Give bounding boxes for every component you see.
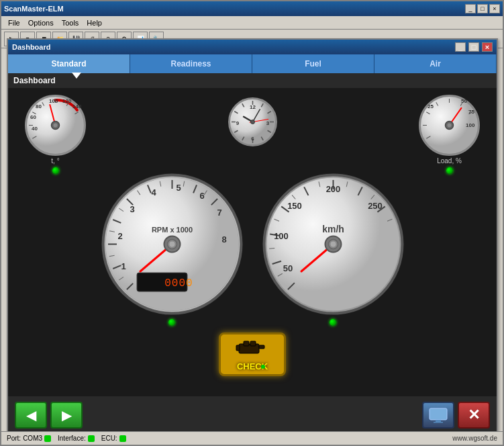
port-led [44,435,51,442]
svg-text:100: 100 [274,231,289,241]
svg-text:3: 3 [130,204,134,214]
status-bar: Port: COM3 Interface: ECU: www.wgsoft.de [1,431,503,445]
check-engine-light: CHECK [219,332,286,376]
svg-line-102 [269,249,274,249]
dashboard-title-bar: Dashboard _ □ × [8,40,497,54]
close-button[interactable]: × [489,4,500,13]
rpm-gauge-svg: 1 2 3 4 5 6 7 8 RPM x 1000 [100,172,244,316]
svg-text:0: 0 [186,277,193,289]
svg-rect-125 [436,420,441,422]
svg-text:6: 6 [199,191,204,201]
rpm-gauge: 1 2 3 4 5 6 7 8 RPM x 1000 [100,172,244,327]
svg-point-90 [169,242,174,247]
svg-text:2: 2 [117,231,122,241]
svg-text:7: 7 [217,208,221,218]
dash-close-button[interactable]: × [482,42,493,52]
svg-text:RPM x 1000: RPM x 1000 [151,226,192,234]
svg-rect-123 [236,345,240,351]
close-icon: ✕ [468,406,480,424]
sub-header: Dashboard [8,73,497,88]
svg-text:9: 9 [236,120,239,126]
minimize-button[interactable]: _ [465,4,476,13]
menu-bar: File Options Tools Help [1,16,503,30]
svg-rect-121 [250,341,256,346]
tab-standard[interactable]: Standard [8,54,130,73]
svg-text:100: 100 [49,98,58,104]
app-window: ScanMaster-ELM _ □ × File Options Tools … [0,0,504,446]
menu-file[interactable]: File [4,19,24,27]
dashboard-title: Dashboard [12,43,454,51]
temp-label: t, ° [23,157,87,165]
dash-maximize-button[interactable]: □ [468,42,479,52]
back-button[interactable]: ◀ [15,402,47,429]
svg-text:150: 150 [287,201,302,211]
svg-text:1: 1 [121,261,125,271]
port-label: Port: [7,435,21,442]
clock-svg: 12 3 6 9 [228,97,278,147]
tab-air[interactable]: Air [374,54,497,73]
tab-bar: Standard Readiness Fuel Air [8,54,497,73]
svg-text:60: 60 [30,114,36,120]
svg-point-53 [448,124,452,128]
ecu-led [119,435,126,442]
svg-text:50: 50 [283,263,292,273]
exit-button[interactable]: ✕ [458,402,490,429]
tab-fuel[interactable]: Fuel [252,54,374,73]
speed-gauge-svg: 50 100 150 200 250 km/h [261,172,405,316]
svg-text:8: 8 [221,234,226,244]
svg-text:80: 80 [36,103,42,109]
menu-tools[interactable]: Tools [58,19,83,27]
svg-text:5: 5 [176,183,181,193]
svg-point-38 [250,120,254,124]
menu-options[interactable]: Options [24,19,58,27]
load-gauge-svg: 25 50 75 100 [417,93,481,157]
svg-text:75: 75 [468,109,474,115]
svg-text:12: 12 [250,104,256,110]
svg-text:000: 000 [164,277,186,289]
load-label: Load, % [417,157,481,165]
monitor-button[interactable] [422,402,454,429]
svg-text:50: 50 [461,98,467,104]
svg-text:250: 250 [368,201,383,211]
dash-minimize-button[interactable]: _ [455,42,466,52]
port-value: COM3 [23,435,42,442]
svg-point-17 [54,124,58,128]
svg-text:km/h: km/h [322,224,344,234]
sub-header-title: Dashboard [13,76,56,85]
monitor-icon [428,407,448,423]
load-led [446,167,453,174]
load-gauge: 25 50 75 100 [417,93,481,175]
temp-led [52,167,59,174]
svg-text:3: 3 [266,120,269,126]
rpm-led [168,319,175,326]
svg-text:120: 120 [62,98,72,104]
app-title-bar: ScanMaster-ELM _ □ × [1,1,503,16]
svg-text:6: 6 [251,136,254,142]
svg-text:200: 200 [325,184,340,194]
check-led [261,365,265,369]
svg-rect-124 [430,408,447,420]
forward-button[interactable]: ▶ [50,402,83,429]
app-title: ScanMaster-ELM [4,5,464,13]
clock-gauge: 12 3 6 9 [228,97,278,147]
temp-gauge: 40 60 80 100 120 140 [23,93,87,175]
speed-led [330,319,336,326]
ecu-label: ECU: [101,435,117,442]
tab-readiness[interactable]: Readiness [130,54,252,73]
svg-rect-126 [434,422,443,423]
svg-rect-120 [244,341,249,346]
menu-help[interactable]: Help [83,19,106,27]
interface-led [88,435,95,442]
speed-gauge: 50 100 150 200 250 km/h [261,172,405,327]
maximize-button[interactable]: □ [477,4,488,13]
tab-indicator [72,73,81,79]
svg-text:140: 140 [72,103,82,109]
svg-text:25: 25 [427,103,434,109]
bottom-nav-bar: ◀ ▶ ✕ [8,396,497,433]
interface-label: Interface: [58,435,86,442]
dashboard-content: 40 60 80 100 120 140 [8,88,497,433]
website: www.wgsoft.de [452,435,497,442]
svg-text:100: 100 [466,122,475,128]
svg-text:40: 40 [32,126,38,132]
dashboard-window: Dashboard _ □ × Standard Readiness Fuel [7,38,498,435]
